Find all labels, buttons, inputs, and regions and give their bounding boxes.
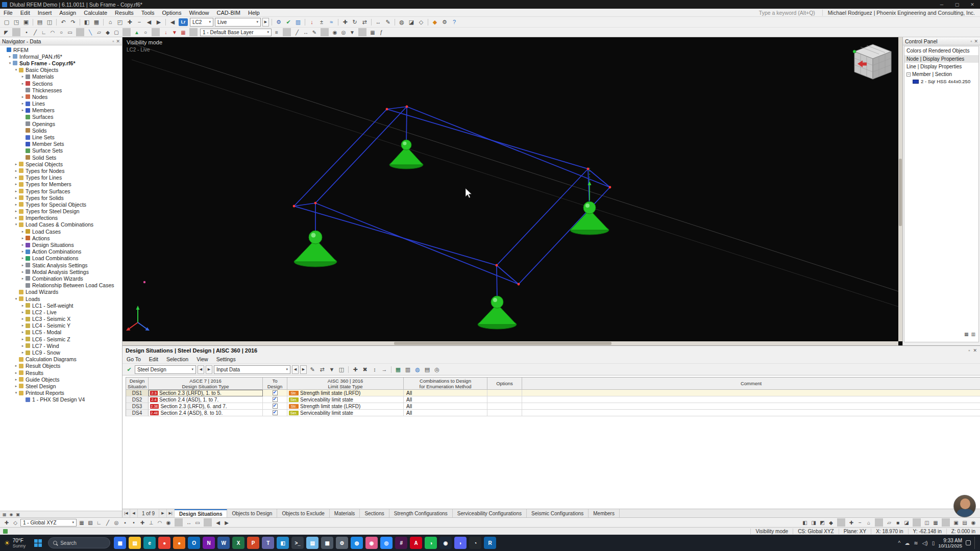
notepad-icon[interactable]: ▤	[306, 537, 318, 549]
tree-item[interactable]: ▸ Types for Steel Design	[0, 208, 122, 215]
table-row[interactable]: DS3 2.3E Section 2.3 (LRFD), 6. and 7. S…	[126, 403, 980, 410]
tree-expander-icon[interactable]: ▾	[14, 391, 18, 395]
print-table-icon[interactable]: ▤	[423, 365, 432, 374]
swap-rows-icon[interactable]: ↕	[370, 365, 379, 374]
guidelines-toggle-icon[interactable]: ╱	[104, 518, 112, 527]
separator[interactable]	[103, 19, 104, 26]
tree-expander-icon[interactable]: ▸	[20, 350, 25, 355]
hide-objects-icon[interactable]: ◎	[339, 28, 348, 36]
ortho-mode-icon[interactable]: ∟	[95, 518, 103, 527]
tree-expander-icon[interactable]: ▾	[8, 61, 12, 65]
nodal-load-icon[interactable]: ↓	[162, 28, 170, 36]
chrome-icon[interactable]: ●	[158, 537, 170, 549]
row-id-cell[interactable]: DS3	[126, 403, 149, 410]
tree-expander-icon[interactable]: ▸	[14, 216, 18, 220]
design-situation-type-cell[interactable]: 2.4E Section 2.4 (ASD), 8. to 10.	[149, 410, 263, 416]
shadow-icon[interactable]: ◪	[902, 518, 911, 527]
tree-item[interactable]: Surfaces	[0, 114, 122, 120]
tree-expander-icon[interactable]: ▾	[14, 68, 18, 72]
table-row[interactable]: DS2 2.4 Section 2.4 (ASD), 1. to 7. Ser.…	[126, 396, 980, 403]
first-table-button[interactable]: |◀	[122, 509, 130, 517]
display-tab-icon[interactable]: ▣	[16, 512, 20, 517]
options-cell[interactable]	[487, 390, 522, 396]
tree-item[interactable]: ▸ Special Objects	[0, 161, 122, 167]
tree-item[interactable]: ▾ Load Cases & Combinations	[0, 221, 122, 228]
tree-item[interactable]: RFEM	[0, 46, 122, 53]
last-table-button[interactable]: ▶|	[167, 509, 175, 517]
table-input-icon[interactable]: ▦	[369, 28, 377, 36]
menu-item[interactable]: CAD-BIM	[213, 10, 244, 16]
tree-expander-icon[interactable]: ▸	[14, 196, 18, 200]
guideline-icon[interactable]: ╱	[293, 28, 301, 36]
outlook-icon[interactable]: O	[188, 537, 200, 549]
tree-item[interactable]: Load Wizards	[0, 289, 122, 295]
vscode-icon[interactable]: ◧	[277, 537, 289, 549]
separator[interactable]	[358, 28, 366, 36]
tree-expander-icon[interactable]: ▸	[14, 209, 18, 213]
menu-item[interactable]: Window	[185, 10, 212, 16]
tree-expander-icon[interactable]: ▸	[20, 330, 25, 334]
keyword-search[interactable]: Type a keyword (Alt+Q)	[752, 10, 822, 16]
account-info[interactable]: Michael Rodriguez | Phoenix Engineering …	[822, 10, 980, 16]
to-design-cell[interactable]	[263, 396, 287, 403]
tree-item[interactable]: ▸ Action Combinations	[0, 248, 122, 255]
search-table-icon[interactable]: ◎	[432, 365, 442, 374]
weather-widget[interactable]: ☀ 70°FSunny	[4, 538, 26, 548]
surface-tool-icon[interactable]: ▱	[95, 28, 103, 36]
zoom-in-icon[interactable]: ✚	[847, 518, 855, 527]
row-id-cell[interactable]: DS4	[126, 410, 149, 416]
table-tab[interactable]: Strength Configurations	[389, 509, 453, 517]
separator[interactable]	[321, 28, 329, 36]
load-case-select[interactable]: LC2▾	[190, 18, 213, 27]
previous-load-case-icon[interactable]: ◀	[168, 17, 177, 27]
table-settings-icon[interactable]: ▥	[403, 365, 412, 374]
menu-item[interactable]: File	[0, 10, 16, 16]
menu-item[interactable]: Edit	[17, 10, 34, 16]
intersection-snap-icon[interactable]: ✚	[138, 518, 146, 527]
separator[interactable]	[152, 28, 160, 36]
snap-toggle-icon[interactable]: ◇	[11, 518, 19, 527]
to-design-cell[interactable]	[263, 390, 287, 396]
line-tool-icon[interactable]: ╱	[31, 28, 39, 36]
visibility-icon[interactable]: ◉	[331, 28, 339, 36]
endpoint-snap-icon[interactable]: ▪	[121, 518, 129, 527]
check-model-icon[interactable]: ✔	[284, 17, 293, 27]
github-icon[interactable]: ◔	[469, 537, 481, 549]
line-display-properties-item[interactable]: Line | Display Properties	[904, 63, 978, 70]
tree-expander-icon[interactable]: ▸	[14, 364, 18, 368]
screenshot-icon[interactable]: ◫	[45, 17, 54, 27]
tree-expander-icon[interactable]: ▸	[20, 243, 25, 247]
next-view-icon[interactable]: ▶	[154, 17, 163, 27]
discord-icon[interactable]: ◗	[454, 537, 467, 549]
zoom-in-icon[interactable]: ✚	[125, 17, 134, 27]
tree-expander-icon[interactable]: ▸	[20, 310, 25, 314]
tree-expander-icon[interactable]: ▸	[20, 230, 25, 234]
zoom-extents-icon[interactable]: ⌂	[865, 518, 873, 527]
combinations-cell[interactable]: All	[404, 396, 487, 403]
table-row[interactable]: DS1 2.3 Section 2.3 (LRFD), 1. to 5. Str…	[126, 390, 980, 396]
insert-object-icon[interactable]: ◆	[430, 17, 439, 27]
tree-expander-icon[interactable]: ▸	[14, 182, 18, 186]
menu-item[interactable]: Calculate	[80, 10, 111, 16]
tangent-snap-icon[interactable]: ◠	[156, 518, 164, 527]
tree-item[interactable]: ▸ LC9 - Snow	[0, 349, 122, 356]
rfem-icon[interactable]: R	[484, 537, 496, 549]
tree-expander-icon[interactable]: ▸	[20, 304, 25, 308]
show-loads-icon[interactable]: ↓	[307, 17, 316, 27]
taskbar-search[interactable]: Search	[48, 537, 110, 548]
tree-item[interactable]: ▸ Types for Solids	[0, 194, 122, 201]
tables-toggle-icon[interactable]: ▦	[92, 17, 101, 27]
tree-item[interactable]: ▸ LC4 - Seismic Y	[0, 322, 122, 329]
table-tab[interactable]: Objects to Exclude	[277, 509, 329, 517]
to-design-checkbox[interactable]	[273, 390, 278, 395]
previous-module-button[interactable]: ◀	[198, 365, 204, 374]
tree-item[interactable]: 1 - PHX Stl Design V4	[0, 396, 122, 403]
isometric-icon[interactable]: ◆	[827, 518, 835, 527]
steam-icon[interactable]: ◉	[439, 537, 452, 549]
separator[interactable]	[395, 19, 395, 26]
grid-toggle-icon[interactable]: ▦	[78, 518, 86, 527]
menu-item[interactable]: Assign	[56, 10, 80, 16]
tree-item[interactable]: Surface Sets	[0, 147, 122, 154]
table-tab[interactable]: Seismic Configurations	[527, 509, 589, 517]
zoom-out-icon[interactable]: −	[856, 518, 864, 527]
